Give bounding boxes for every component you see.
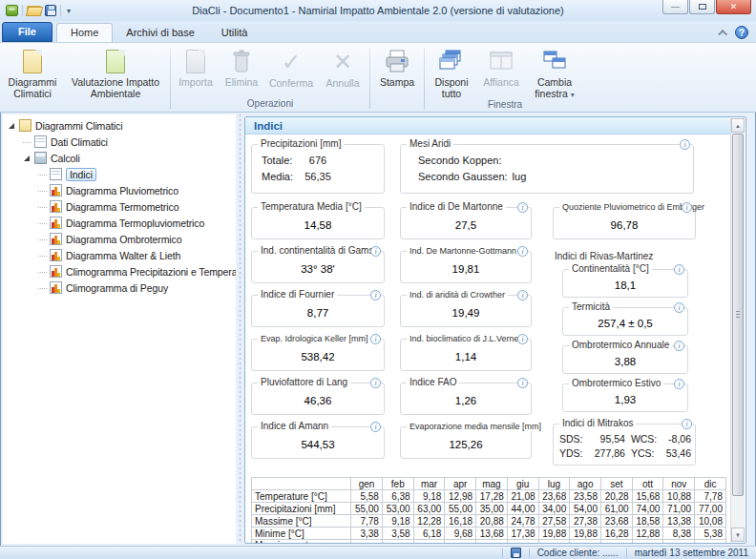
tree-expand-icon[interactable] — [23, 154, 32, 163]
tree-item-diagramma-pluviometrico[interactable]: Diagramma Pluviometrico — [3, 182, 236, 198]
info-icon[interactable]: i — [370, 422, 381, 432]
cascade-windows-icon — [439, 50, 464, 73]
ribbon-group-stampa: Stampa — [372, 45, 422, 112]
tab-utilita[interactable]: Utilità — [208, 24, 262, 42]
tree-item-diagramma-ombrotermico[interactable]: Diagramma Ombrotermico — [3, 231, 236, 247]
button-label-text: Cambia finestra — [535, 76, 572, 99]
monthly-table: genfebmaraprmaggiulugagosetottnovdic Tem… — [251, 477, 726, 543]
info-icon[interactable]: i — [674, 379, 684, 389]
table-cell: 21,68 — [445, 540, 476, 544]
box-value: 538,42 — [252, 340, 384, 370]
maximize-button[interactable] — [689, 0, 715, 14]
box-rivas-termicita: Termicità i 257,4 ± 0,5 — [562, 307, 688, 336]
scroll-down-button[interactable]: ▼ — [731, 528, 745, 542]
minimize-button[interactable]: — — [662, 0, 688, 14]
tree-item-indici[interactable]: Indici — [3, 166, 236, 182]
elimina-button[interactable]: Elimina — [219, 47, 264, 98]
chart-icon — [50, 184, 62, 197]
info-icon[interactable]: i — [370, 290, 381, 300]
box-value: 27,5 — [401, 208, 531, 238]
help-icon[interactable]: ? — [735, 26, 748, 39]
tree-item-calcoli[interactable]: Calcoli — [3, 150, 236, 166]
button-label: Diagrammi Climatici — [5, 76, 60, 99]
table-corner-cell — [252, 478, 351, 490]
table-cell: 55,00 — [445, 503, 476, 515]
info-icon[interactable]: i — [517, 246, 528, 257]
info-icon[interactable]: i — [674, 302, 684, 313]
box-value: 1,26 — [401, 383, 531, 414]
box-label: Indici di Mitrakos — [559, 418, 636, 428]
conferma-button[interactable]: ✓ Conferma — [264, 47, 318, 98]
cross-icon: ✕ — [333, 50, 352, 74]
info-icon[interactable]: i — [517, 202, 528, 213]
scroll-up-button[interactable]: ▲ — [731, 118, 745, 133]
tree-item-diagramma-termopluviometrico[interactable]: Diagramma Termopluviometrico — [3, 215, 236, 231]
field-value: 53,46 — [660, 446, 691, 461]
table-cell: 6,18 — [413, 528, 445, 540]
calc-icon — [34, 152, 47, 164]
switch-windows-icon — [542, 50, 567, 73]
box-value: 96,78 — [554, 208, 695, 238]
tree-item-diagrammi-climatici[interactable]: Diagrammi Climatici — [3, 117, 236, 134]
table-cell: 27,58 — [538, 515, 570, 528]
group-title: Indici di Rivas-Martinez — [555, 251, 696, 261]
box-de-martonne: Indice di De Martonne i 27,5 — [400, 207, 532, 239]
maximize-icon — [699, 4, 706, 10]
affianca-button[interactable]: Affianca — [476, 47, 526, 99]
info-icon[interactable]: i — [674, 264, 684, 275]
titlebar: ▾ DiaCli - Documento1 - Namirial Impatto… — [0, 0, 756, 21]
info-icon[interactable]: i — [517, 290, 528, 300]
box-label: Temperatura Media [°C] — [258, 201, 365, 212]
stampa-button[interactable]: Stampa — [372, 47, 422, 98]
table-cell: 15,68 — [632, 490, 663, 503]
ribbon-group-operazioni: Importa Elimina ✓ Conferma ✕ Annulla Ope… — [173, 45, 368, 112]
disponi-tutto-button[interactable]: Disponi tutto — [427, 47, 476, 99]
tree-expand-icon[interactable] — [8, 121, 17, 131]
importa-button[interactable]: Importa — [173, 47, 219, 98]
info-icon[interactable]: i — [370, 334, 381, 344]
info-icon[interactable]: i — [370, 246, 381, 257]
table-cell: 34,00 — [538, 503, 570, 515]
tree: Diagrammi ClimaticiDati ClimaticiCalcoli… — [3, 114, 236, 544]
box-mesi-aridi: Mesi Aridi i Secondo Koppen: Secondo Gau… — [400, 144, 694, 194]
group-label — [2, 99, 168, 112]
annulla-button[interactable]: ✕ Annulla — [318, 47, 368, 98]
valutazione-impatto-ambientale-button[interactable]: Valutazione Impatto Ambientale — [63, 47, 168, 99]
group-label: Operazioni — [173, 98, 368, 112]
tree-item-climogramma-precipitazioni-e-temperature[interactable]: Climogramma Precipitazioni e Temperature — [3, 263, 236, 280]
panel-splitter[interactable] — [237, 114, 243, 544]
info-icon[interactable]: i — [680, 139, 690, 150]
box-label: Indice FAO — [407, 377, 459, 387]
box-gottmann: Ind. De Martonne-Gottmann i 19,81 — [400, 251, 532, 283]
info-icon[interactable]: i — [682, 202, 692, 213]
tab-home[interactable]: Home — [56, 23, 113, 42]
table-cell: 23,68 — [538, 490, 570, 503]
tab-archivi-di-base[interactable]: Archivi di base — [113, 24, 208, 42]
box-rivas-continentalita: Continentalità [°C] i 18,1 — [562, 269, 688, 298]
cambia-finestra-button[interactable]: Cambia finestra ▾ — [526, 47, 583, 99]
tree-item-climogramma-di-peguy[interactable]: Climogramma di Peguy — [3, 280, 236, 296]
divider — [529, 549, 530, 558]
tree-item-dati-climatici[interactable]: Dati Climatici — [3, 134, 236, 150]
vertical-scrollbar[interactable]: ▲ ▼ — [730, 118, 745, 542]
collapse-ribbon-icon[interactable] — [718, 29, 727, 38]
tree-item-diagramma-walter-lieth[interactable]: Diagramma Walter & Lieth — [3, 247, 236, 263]
diagrammi-climatici-button[interactable]: Diagrammi Climatici — [2, 47, 63, 99]
info-icon[interactable]: i — [674, 341, 684, 351]
trash-icon — [232, 50, 251, 73]
month-header-dic: dic — [695, 478, 726, 490]
scrollbar-thumb[interactable] — [732, 134, 744, 496]
info-icon[interactable]: i — [370, 378, 381, 388]
info-icon[interactable]: i — [517, 378, 528, 388]
tree-item-diagramma-termometrico[interactable]: Diagramma Termometrico — [3, 198, 236, 215]
box-value: 544,53 — [252, 427, 384, 458]
info-icon[interactable]: i — [682, 419, 692, 429]
month-header-giu: giu — [507, 478, 538, 490]
tab-file[interactable]: File — [2, 22, 52, 42]
close-button[interactable]: ✕ — [716, 0, 751, 14]
box-label: Pluviofattore di Lang — [258, 377, 350, 387]
info-icon[interactable]: i — [517, 334, 528, 344]
field-label: SDS: — [559, 432, 587, 446]
rivas-martinez-group: Indici di Rivas-Martinez Continentalità … — [553, 251, 696, 412]
window-controls: — ✕ — [662, 0, 751, 14]
